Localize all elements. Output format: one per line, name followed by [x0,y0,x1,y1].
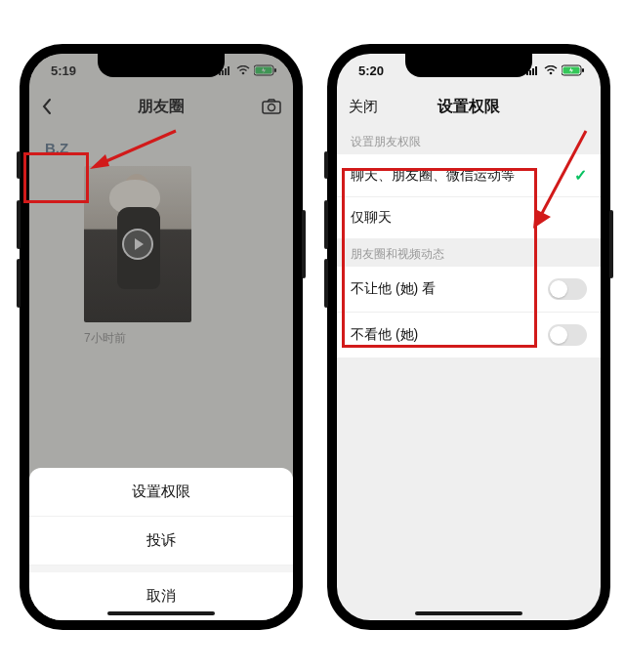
phone-frame-left: 5:19 朋友圈 B.Z [20,44,303,630]
svg-rect-3 [228,66,229,75]
sheet-report[interactable]: 投诉 [29,517,293,566]
svg-point-14 [550,72,553,75]
screen-left: 5:19 朋友圈 B.Z [29,54,293,620]
nav-title: 朋友圈 [70,97,252,117]
option-chat-only[interactable]: 仅聊天 [337,197,601,238]
home-indicator[interactable] [415,611,522,615]
moments-feed: B.Z 7小时前 [29,126,293,355]
notch [405,54,532,77]
action-sheet: 设置权限 投诉 取消 [29,468,293,620]
permission-group-1: 聊天、朋友圈、微信运动等 ✓ 仅聊天 [337,154,601,238]
svg-rect-12 [532,68,534,75]
video-thumbnail[interactable] [84,166,191,322]
option-hide-my-moments[interactable]: 不让他 (她) 看 [337,267,601,313]
screen-right: 5:20 关闭 设置权限 设置朋友权限 聊天、朋友圈、微信运动等 ✓ [337,54,601,620]
nav-title: 设置权限 [392,97,546,117]
nav-bar-permissions: 关闭 设置权限 [337,87,601,126]
camera-icon [262,99,281,114]
option-all-label: 聊天、朋友圈、微信运动等 [351,167,515,185]
svg-rect-2 [225,68,227,75]
wifi-icon [544,65,558,75]
wifi-icon [236,65,250,75]
toggle-hide-my[interactable] [548,278,587,300]
battery-charging-icon [254,64,277,76]
battery-charging-icon [562,64,585,76]
back-button[interactable] [41,98,70,115]
svg-rect-11 [529,70,531,75]
section-header-friend-permission: 设置朋友权限 [337,126,601,154]
permission-group-2: 不让他 (她) 看 不看他 (她) [337,267,601,357]
check-icon: ✓ [574,166,587,185]
status-time: 5:19 [51,63,76,78]
hide-their-label: 不看他 (她) [351,326,418,344]
option-chat-only-label: 仅聊天 [351,209,392,227]
nav-bar-moments: 朋友圈 [29,87,293,126]
option-hide-their-moments[interactable]: 不看他 (她) [337,313,601,357]
play-icon [122,229,153,260]
section-header-moments-video: 朋友圈和视频动态 [337,238,601,267]
status-time: 5:20 [358,63,384,78]
svg-point-4 [242,72,245,75]
notch [98,54,225,77]
svg-rect-13 [535,66,537,75]
toggle-hide-their[interactable] [548,324,587,346]
home-indicator[interactable] [107,611,215,615]
svg-rect-7 [274,68,276,72]
svg-point-9 [269,105,275,111]
option-all[interactable]: 聊天、朋友圈、微信运动等 ✓ [337,154,601,197]
post-time: 7小时前 [84,330,279,347]
moments-post[interactable]: 7小时前 [84,166,279,347]
sheet-set-permission[interactable]: 设置权限 [29,468,293,517]
hide-my-label: 不让他 (她) 看 [351,280,436,298]
close-button[interactable]: 关闭 [349,98,392,116]
chevron-left-icon [41,98,53,115]
camera-button[interactable] [252,99,281,114]
svg-rect-17 [582,68,584,72]
phone-frame-right: 5:20 关闭 设置权限 设置朋友权限 聊天、朋友圈、微信运动等 ✓ [327,44,610,630]
user-name[interactable]: B.Z [45,140,279,156]
svg-rect-1 [222,70,224,75]
